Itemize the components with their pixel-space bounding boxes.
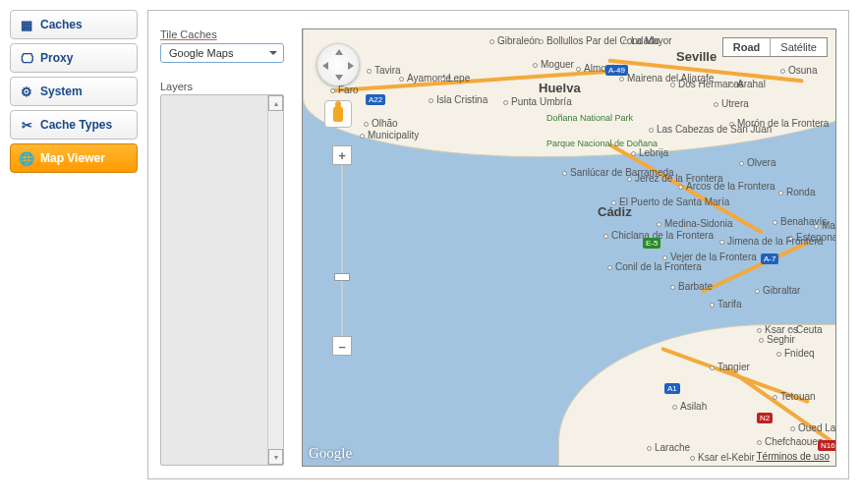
city-dot-icon bbox=[710, 365, 715, 370]
city-label: Utrera bbox=[714, 98, 749, 109]
city-label: Moguer bbox=[533, 59, 574, 70]
city-label: Ceuta bbox=[788, 324, 823, 335]
city-dot-icon bbox=[440, 77, 445, 82]
city-label: Vejer de la Frontera bbox=[662, 252, 757, 262]
city-dot-icon bbox=[367, 69, 372, 74]
city-dot-icon bbox=[533, 63, 538, 68]
city-label: Larache bbox=[647, 442, 690, 453]
map-type-switch: Road Satélite bbox=[722, 37, 828, 57]
city-label: Gibraltar bbox=[755, 285, 800, 296]
sidebar-item-proxy[interactable]: 🖵Proxy bbox=[10, 43, 138, 73]
sidebar-item-system[interactable]: ⚙System bbox=[10, 77, 138, 106]
globe-icon: 🌐 bbox=[19, 150, 34, 166]
city-dot-icon bbox=[399, 77, 404, 82]
city-dot-icon bbox=[364, 122, 369, 127]
sidebar-item-label: Caches bbox=[40, 18, 83, 31]
city-label: Las Cabezas de San Juan bbox=[649, 124, 772, 135]
tile-caches-dropdown[interactable]: Google Maps bbox=[160, 43, 284, 63]
pan-east-button[interactable] bbox=[348, 62, 354, 70]
pan-south-button[interactable] bbox=[335, 75, 343, 81]
city-label: Sanlúcar de Barrameda bbox=[562, 167, 674, 178]
city-label: Lepe bbox=[440, 73, 470, 84]
route-badge: N2 bbox=[757, 413, 773, 423]
map-type-satellite-button[interactable]: Satélite bbox=[770, 38, 827, 56]
city-label: Asilah bbox=[672, 401, 707, 412]
park-label: Doñana National Park bbox=[546, 114, 633, 124]
city-dot-icon bbox=[603, 234, 608, 239]
city-dot-icon bbox=[631, 151, 636, 156]
city-dot-icon bbox=[710, 303, 715, 308]
city-dot-icon bbox=[759, 338, 764, 343]
city-label: Fnideq bbox=[776, 348, 815, 359]
route-badge: N16 bbox=[818, 440, 836, 451]
city-label: Seghir bbox=[759, 334, 795, 345]
pan-west-button[interactable] bbox=[322, 62, 328, 70]
city-dot-icon bbox=[776, 352, 781, 357]
city-label: Olvera bbox=[739, 157, 775, 168]
screen-icon: 🖵 bbox=[19, 50, 34, 66]
city-label: Ksar el-Kebir bbox=[690, 452, 755, 463]
zoom-out-button[interactable]: – bbox=[332, 336, 352, 356]
zoom-thumb[interactable] bbox=[334, 273, 350, 281]
city-dot-icon bbox=[773, 220, 777, 225]
route-badge: A-7 bbox=[761, 253, 778, 264]
city-dot-icon bbox=[788, 328, 793, 333]
scroll-up-button[interactable]: ▴ bbox=[268, 95, 283, 111]
city-dot-icon bbox=[619, 77, 624, 82]
terms-link[interactable]: Términos de uso bbox=[757, 451, 830, 462]
city-label: Marbella bbox=[814, 220, 836, 231]
city-dot-icon bbox=[649, 128, 654, 133]
city-label: Punta Umbría bbox=[503, 96, 572, 107]
zoom-slider: + – bbox=[332, 145, 352, 356]
city-label: Tetouan bbox=[773, 391, 816, 402]
zoom-track[interactable] bbox=[341, 165, 343, 336]
sidebar-item-caches[interactable]: ▦Caches bbox=[10, 10, 138, 39]
grid-icon: ▦ bbox=[19, 17, 34, 32]
city-label: Gibraleón bbox=[489, 35, 540, 46]
city-dot-icon bbox=[757, 328, 762, 333]
layers-scrollbar[interactable]: ▴ ▾ bbox=[267, 95, 283, 465]
city-dot-icon bbox=[670, 83, 675, 87]
city-label: Arcos de la Frontera bbox=[678, 181, 775, 192]
sidebar-item-label: System bbox=[40, 84, 83, 98]
zoom-in-button[interactable]: + bbox=[332, 145, 352, 165]
city-dot-icon bbox=[576, 67, 581, 72]
main-panel: Tile Caches Google Maps Layers ▴ ▾ bbox=[147, 10, 849, 479]
city-dot-icon bbox=[678, 185, 683, 190]
city-label: El Puerto de Santa María bbox=[611, 196, 729, 207]
pan-north-button[interactable] bbox=[335, 49, 343, 55]
city-dot-icon bbox=[790, 426, 795, 431]
city-dot-icon bbox=[719, 240, 724, 245]
city-dot-icon bbox=[757, 440, 762, 445]
city-dot-icon bbox=[607, 265, 612, 270]
city-label: Faro bbox=[330, 84, 359, 95]
sidebar-item-label: Map Viewer bbox=[40, 151, 105, 165]
city-label: Huelva bbox=[539, 81, 581, 95]
city-dot-icon bbox=[489, 39, 494, 44]
city-dot-icon bbox=[429, 98, 433, 103]
city-label: Municipality bbox=[360, 130, 419, 140]
city-label: Tavira bbox=[367, 65, 401, 76]
city-label: La Mayor bbox=[623, 35, 672, 46]
gear-icon: ⚙ bbox=[19, 84, 34, 99]
route-badge: E-5 bbox=[643, 238, 660, 249]
sidebar-item-map-viewer[interactable]: 🌐Map Viewer bbox=[10, 143, 138, 173]
sidebar-item-cache-types[interactable]: ✂Cache Types bbox=[10, 110, 138, 140]
city-dot-icon bbox=[755, 289, 760, 294]
city-label: Osuna bbox=[780, 65, 817, 76]
city-label: Tarifa bbox=[710, 299, 741, 309]
scroll-track[interactable] bbox=[268, 111, 283, 449]
city-label: Isla Cristina bbox=[429, 94, 488, 105]
pan-control bbox=[316, 43, 360, 86]
scroll-down-button[interactable]: ▾ bbox=[268, 449, 283, 465]
city-dot-icon bbox=[503, 100, 508, 105]
tile-caches-value: Google Maps bbox=[169, 47, 233, 59]
tools-icon: ✂ bbox=[19, 117, 34, 133]
city-dot-icon bbox=[623, 39, 628, 44]
city-dot-icon bbox=[657, 222, 661, 227]
streetview-pegman[interactable] bbox=[328, 104, 348, 132]
city-label: Oued Laou bbox=[790, 422, 836, 433]
map-type-road-button[interactable]: Road bbox=[723, 38, 771, 56]
city-label: Seville bbox=[676, 49, 717, 64]
map-canvas[interactable]: + – Road Satélite Google Términos de uso… bbox=[302, 28, 836, 467]
